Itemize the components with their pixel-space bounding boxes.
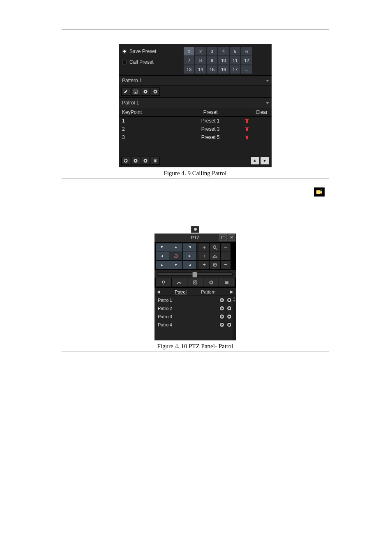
preset-num-8[interactable]: 8 <box>195 56 206 65</box>
save-icon[interactable] <box>131 88 140 96</box>
stop-icon[interactable] <box>227 298 232 303</box>
svg-marker-39 <box>175 264 177 266</box>
preset-num-7[interactable]: 7 <box>184 56 194 65</box>
trash-icon[interactable] <box>244 118 268 123</box>
preset-num-5[interactable]: 5 <box>230 47 240 56</box>
stop-icon[interactable] <box>227 306 232 311</box>
menu-icon[interactable] <box>219 278 235 287</box>
svg-rect-5 <box>154 91 156 92</box>
tab-prev-icon[interactable]: ◀ <box>157 289 160 294</box>
ptz-titlebar: PTZ ✕ <box>154 234 236 242</box>
patrol1-label: Patrol1 <box>158 298 172 303</box>
auto-pan-icon[interactable] <box>169 252 182 260</box>
play-icon[interactable] <box>219 298 224 303</box>
stop-icon[interactable] <box>151 88 160 96</box>
center-icon[interactable] <box>203 278 219 287</box>
pattern-toolbar <box>119 86 272 97</box>
preset-num-3[interactable]: 3 <box>207 47 217 56</box>
table-row[interactable]: 3 Preset 5 <box>119 133 272 141</box>
svg-point-46 <box>194 282 196 283</box>
iris-minus[interactable]: − <box>221 261 231 269</box>
trash-icon[interactable] <box>151 157 160 165</box>
tab-next-icon[interactable]: ▶ <box>230 289 233 294</box>
svg-rect-16 <box>145 160 146 162</box>
preset-num-4[interactable]: 4 <box>218 47 229 56</box>
patrol-dropdown[interactable]: Patrol 1 <box>119 97 272 108</box>
preset-num-11[interactable]: 11 <box>230 56 240 65</box>
svg-marker-20 <box>263 160 266 162</box>
table-row[interactable]: 2 Preset 3 <box>119 125 272 133</box>
dir-up[interactable] <box>169 243 182 252</box>
preset-num-13[interactable]: 13 <box>184 65 194 74</box>
svg-marker-38 <box>161 264 163 266</box>
svg-point-43 <box>162 281 165 283</box>
preset-num-16[interactable]: 16 <box>218 65 229 74</box>
play-icon[interactable] <box>131 157 140 165</box>
svg-marker-29 <box>161 246 163 248</box>
move-down-button[interactable] <box>260 157 269 165</box>
play-icon[interactable] <box>141 88 150 96</box>
list-item[interactable]: Patrol4 <box>154 321 233 329</box>
zoom-minus[interactable]: − <box>221 243 231 252</box>
aux-zoom-icon[interactable] <box>187 278 203 287</box>
preset-num-17[interactable]: 17 <box>230 65 240 74</box>
preset-num-9[interactable]: 9 <box>207 56 217 65</box>
focus-plus[interactable]: + <box>199 252 209 260</box>
list-item[interactable]: Patrol3 <box>154 312 233 321</box>
preset-num-6[interactable]: 6 <box>241 47 252 56</box>
close-icon[interactable]: ✕ <box>228 234 235 241</box>
play-icon[interactable] <box>219 322 224 327</box>
call-preset-radio[interactable]: Call Preset <box>122 60 184 65</box>
preset-num-10[interactable]: 10 <box>218 56 229 65</box>
wiper-icon[interactable] <box>172 278 187 287</box>
save-preset-radio[interactable]: Save Preset <box>122 49 184 54</box>
patrol-label: Patrol 1 <box>122 100 139 105</box>
zoom-plus[interactable]: + <box>199 243 209 252</box>
light-icon[interactable] <box>156 278 171 287</box>
dir-down-right[interactable] <box>183 261 196 269</box>
edit-icon[interactable] <box>121 88 130 96</box>
dir-up-right[interactable] <box>183 243 196 252</box>
direction-pad: + − + − + − <box>154 242 236 270</box>
dir-down-left[interactable] <box>156 261 169 269</box>
tab-patrol[interactable]: Patrol <box>175 289 187 294</box>
preset-num-12[interactable]: 12 <box>241 56 252 65</box>
scrollbar[interactable] <box>233 296 236 340</box>
play-icon[interactable] <box>219 314 224 319</box>
add-icon[interactable] <box>121 157 130 165</box>
preset-num-more[interactable]: ... <box>241 65 252 74</box>
stop-icon[interactable] <box>227 322 232 327</box>
dir-right[interactable] <box>183 252 196 260</box>
preset-num-2[interactable]: 2 <box>195 47 206 56</box>
stop-icon[interactable] <box>141 157 150 165</box>
dir-up-left[interactable] <box>156 243 169 252</box>
trash-icon[interactable] <box>244 135 268 140</box>
preset-num-1[interactable]: 1 <box>184 47 194 56</box>
dir-left[interactable] <box>156 252 169 260</box>
move-up-button[interactable] <box>250 157 259 165</box>
dir-down[interactable] <box>169 261 182 269</box>
list-item[interactable]: Patrol2 <box>154 304 233 312</box>
iris-plus[interactable]: + <box>199 261 209 269</box>
row3-preset: Preset 5 <box>180 133 241 141</box>
preset-num-14[interactable]: 14 <box>195 65 206 74</box>
play-icon[interactable] <box>219 306 224 311</box>
table-row[interactable]: 1 Preset 1 <box>119 117 272 125</box>
focus-minus[interactable]: − <box>221 252 231 260</box>
svg-marker-30 <box>175 246 177 248</box>
focus-icon <box>210 252 220 260</box>
list-item[interactable]: Patrol1 <box>154 296 233 304</box>
pattern-dropdown[interactable]: Pattern 1 <box>119 75 272 86</box>
speed-slider[interactable] <box>154 270 236 278</box>
stop-icon[interactable] <box>227 314 232 319</box>
zoom-icon <box>210 243 220 252</box>
scroll-up-icon[interactable] <box>233 296 236 299</box>
preset-num-15[interactable]: 15 <box>207 65 217 74</box>
trash-icon[interactable] <box>244 127 268 132</box>
tab-pattern[interactable]: Pattern <box>201 289 215 294</box>
scroll-down-icon[interactable] <box>233 299 236 303</box>
collapse-toggle-icon[interactable] <box>191 226 199 233</box>
minimize-icon[interactable] <box>219 234 227 241</box>
svg-marker-31 <box>189 246 191 248</box>
slider-knob-icon[interactable] <box>192 272 197 278</box>
